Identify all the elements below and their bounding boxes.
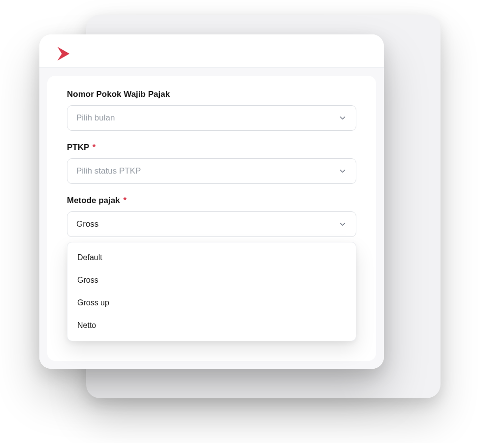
metode-pajak-label-text: Metode pajak: [67, 196, 120, 205]
card-body: Nomor Pokok Wajib Pajak Pilih bulan PTKP…: [47, 76, 376, 361]
dropdown-option-netto[interactable]: Netto: [67, 314, 356, 337]
metode-pajak-value: Gross: [76, 219, 98, 229]
npwp-select[interactable]: Pilih bulan: [67, 105, 356, 131]
npwp-placeholder: Pilih bulan: [76, 113, 115, 123]
required-marker: *: [123, 196, 126, 205]
field-ptkp: PTKP * Pilih status PTKP: [67, 143, 356, 184]
dropdown-option-grossup[interactable]: Gross up: [67, 292, 356, 314]
metode-pajak-label: Metode pajak *: [67, 196, 356, 206]
ptkp-label: PTKP *: [67, 143, 356, 152]
chevron-down-icon: [338, 220, 347, 229]
ptkp-label-text: PTKP: [67, 143, 89, 152]
field-metode-pajak: Metode pajak * Gross Default Gross Gross…: [67, 196, 356, 341]
npwp-label: Nomor Pokok Wajib Pajak: [67, 89, 356, 99]
chevron-down-icon: [338, 167, 347, 176]
metode-pajak-dropdown: Default Gross Gross up Netto: [67, 242, 356, 341]
metode-pajak-select[interactable]: Gross: [67, 211, 356, 237]
chevron-down-icon: [338, 114, 347, 122]
card-header: [39, 34, 384, 68]
required-marker: *: [93, 143, 96, 152]
form-card: Nomor Pokok Wajib Pajak Pilih bulan PTKP…: [39, 34, 384, 369]
dropdown-option-default[interactable]: Default: [67, 246, 356, 269]
dropdown-option-gross[interactable]: Gross: [67, 269, 356, 292]
ptkp-select[interactable]: Pilih status PTKP: [67, 158, 356, 184]
ptkp-placeholder: Pilih status PTKP: [76, 166, 141, 176]
field-npwp: Nomor Pokok Wajib Pajak Pilih bulan: [67, 89, 356, 131]
card-inner: Nomor Pokok Wajib Pajak Pilih bulan PTKP…: [39, 68, 384, 369]
npwp-label-text: Nomor Pokok Wajib Pajak: [67, 89, 170, 99]
brand-logo-icon: [53, 44, 74, 65]
